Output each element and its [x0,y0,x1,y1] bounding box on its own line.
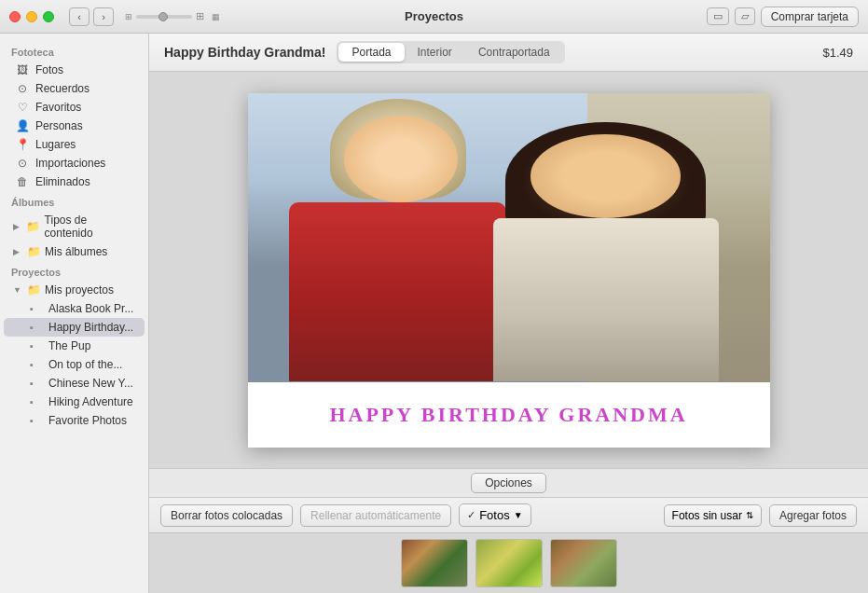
sidebar-item-hiking[interactable]: ▪ Hiking Adventure [4,393,145,411]
checkmark-icon: ✓ [467,509,475,521]
sidebar-label-tipos: Tipos de contenido [45,214,137,240]
tab-group: Portada Interior Contraportada [337,41,564,63]
project-title: Happy Birthday Grandma! [164,45,325,60]
sidebar-item-alaska[interactable]: ▪ Alaska Book Pr... [4,299,145,318]
tab-portada[interactable]: Portada [338,43,404,62]
book-alaska-icon: ▪ [30,303,43,314]
sidebar-label-favorite: Favorite Photos [48,414,127,427]
favorites-icon: ♡ [15,101,30,114]
sidebar-item-eliminados[interactable]: 🗑 Eliminados [4,172,145,191]
options-button[interactable]: Opciones [471,473,546,493]
photos-dropdown-label: Fotos [479,508,510,522]
sidebar-item-chineseny[interactable]: ▪ Chinese New Y... [4,374,145,393]
window-title: Proyectos [405,9,463,23]
main-layout: Fototeca 🖼 Fotos ⊙ Recuerdos ♡ Favoritos… [0,34,868,593]
zoom-slider[interactable] [136,15,192,19]
trash-icon: 🗑 [15,175,30,188]
sidebar-label-happybirthday: Happy Birthday... [48,321,133,334]
tab-interior[interactable]: Interior [405,43,465,62]
book-photo [248,93,770,382]
thumbnail-3[interactable] [550,539,617,587]
sidebar-label-chineseny: Chinese New Y... [48,377,133,390]
people-icon: 👤 [15,119,30,132]
traffic-lights [9,11,54,22]
sidebar-item-favoritos[interactable]: ♡ Favoritos [4,98,145,117]
book-hiking-icon: ▪ [30,396,43,407]
back-button[interactable]: ‹ [69,7,90,26]
sidebar-label-lugares: Lugares [35,138,76,151]
zoom-min-icon: ⊞ [125,12,132,21]
unused-label: Fotos sin usar [672,509,742,522]
sidebar-item-fotos[interactable]: 🖼 Fotos [4,61,145,79]
book-favorite-icon: ▪ [30,415,43,426]
thumbnail-1[interactable] [401,539,468,587]
buy-button[interactable]: Comprar tarjeta [761,7,859,27]
sidebar-label-misalbumes: Mis álbumes [45,245,107,258]
sidebar-item-misalbumes[interactable]: ▶ 📁 Mis álbumes [4,242,145,261]
sidebar-item-lugares[interactable]: 📍 Lugares [4,135,145,154]
sidebar-item-misproyectos[interactable]: ▼ 📁 Mis proyectos [4,281,145,299]
albums-section-header: Álbumes [0,191,148,211]
imports-icon: ⊙ [15,157,30,170]
book-ontop-icon: ▪ [30,359,43,370]
sidebar-item-tipos[interactable]: ▶ 📁 Tipos de contenido [4,211,145,242]
sidebar-label-ontop: On top of the... [48,358,122,371]
zoom-icon-2: ▦ [212,12,220,21]
zoom-max-icon: ⊞ [196,10,204,22]
thumbnail-strip [149,532,868,593]
chevron-down-icon: ▼ [514,510,523,520]
sidebar-item-ontop[interactable]: ▪ On top of the... [4,355,145,374]
nav-buttons: ‹ › [69,7,114,26]
add-photos-button[interactable]: Agregar fotos [769,504,857,527]
sidebar-item-personas[interactable]: 👤 Personas [4,117,145,135]
memories-icon: ⊙ [15,82,30,95]
caption-text: HAPPY BIRTHDAY GRANDMA [329,403,687,427]
book-cover[interactable]: HAPPY BIRTHDAY GRANDMA [248,93,770,448]
places-icon: 📍 [15,138,30,151]
tab-contraportada[interactable]: Contraportada [465,43,563,62]
sidebar-label-hiking: Hiking Adventure [48,395,133,408]
disclosure-misalbumes: ▶ [13,247,22,256]
sidebar-item-thepup[interactable]: ▪ The Pup [4,337,145,355]
sidebar-label-personas: Personas [35,119,83,132]
zoom-slider-container: ⊞ ⊞ ▦ [125,10,220,22]
thumbnail-2[interactable] [475,539,543,587]
folder-tipos-icon: 📁 [26,220,41,233]
book-pup-icon: ▪ [30,340,43,352]
titlebar-controls: ▭ ▱ Comprar tarjeta [707,7,859,27]
sidebar-label-recuerdos: Recuerdos [35,82,90,95]
maximize-button[interactable] [43,11,54,22]
content-area: Happy Birthday Grandma! Portada Interior… [149,34,868,593]
options-bar: Opciones [149,468,868,497]
disclosure-projects: ▼ [13,285,22,295]
sidebar-label-eliminados: Eliminados [35,175,90,188]
sidebar-label-thepup: The Pup [48,339,90,352]
photos-dropdown[interactable]: ✓ Fotos ▼ [459,503,530,527]
book-birthday-icon: ▪ [30,322,43,333]
minimize-button[interactable] [26,11,37,22]
disclosure-tipos: ▶ [13,222,22,231]
sidebar-item-happybirthday[interactable]: ▪ Happy Birthday... [4,318,145,337]
canvas-area: HAPPY BIRTHDAY GRANDMA [149,72,868,468]
sidebar-item-importaciones[interactable]: ⊙ Importaciones [4,154,145,172]
autofill-button[interactable]: Rellenar automáticamente [300,504,451,527]
folder-albums-icon: 📁 [26,245,41,258]
photos-icon: 🖼 [15,63,30,76]
clear-photos-button[interactable]: Borrar fotos colocadas [160,504,293,527]
sidebar-item-favorite[interactable]: ▪ Favorite Photos [4,411,145,430]
view-toggle-button[interactable]: ▱ [735,7,755,25]
unused-photos-dropdown[interactable]: Fotos sin usar ⇅ [664,504,762,527]
sidebar-label-misproyectos: Mis proyectos [45,283,114,296]
close-button[interactable] [9,11,21,22]
sidebar-label-fotos: Fotos [35,63,63,76]
book-chineseny-icon: ▪ [30,378,43,389]
sidebar-label-alaska: Alaska Book Pr... [48,302,133,315]
sidebar-label-favoritos: Favoritos [35,101,81,114]
sidebar: Fototeca 🖼 Fotos ⊙ Recuerdos ♡ Favoritos… [0,34,149,593]
sidebar-item-recuerdos[interactable]: ⊙ Recuerdos [4,79,145,98]
titlebar: ‹ › ⊞ ⊞ ▦ Proyectos ▭ ▱ Comprar tarjeta [0,0,868,34]
sidebar-toggle-button[interactable]: ▭ [707,7,729,25]
folder-projects-icon: 📁 [26,283,41,296]
book-caption: HAPPY BIRTHDAY GRANDMA [248,382,770,448]
forward-button[interactable]: › [93,7,114,26]
